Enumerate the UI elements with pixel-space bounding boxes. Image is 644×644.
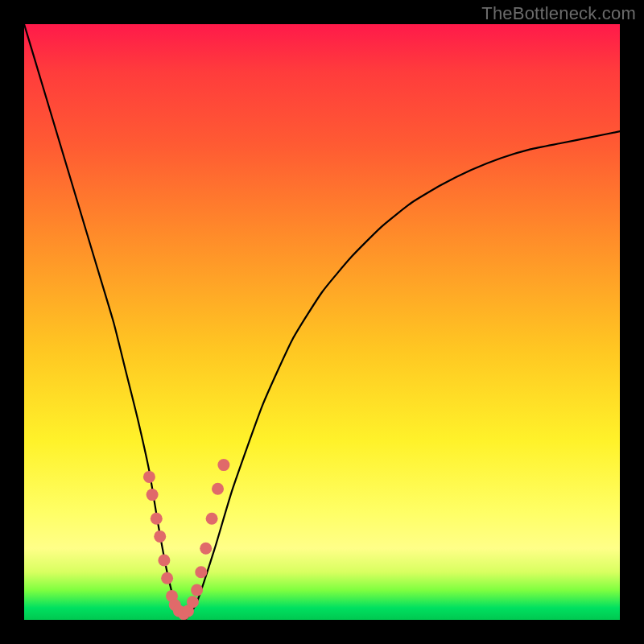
- data-marker: [212, 483, 224, 495]
- data-marker: [154, 530, 166, 543]
- data-marker: [217, 459, 229, 471]
- data-marker: [158, 555, 170, 567]
- curve-layer: [24, 24, 620, 620]
- data-marker: [187, 596, 199, 608]
- data-marker: [191, 584, 203, 597]
- data-marker: [143, 471, 155, 483]
- bottleneck-curve: [24, 24, 620, 620]
- chart-frame: TheBottleneck.com: [0, 0, 644, 644]
- data-marker: [161, 572, 173, 584]
- data-marker: [206, 513, 218, 525]
- data-marker: [195, 566, 207, 578]
- watermark-text: TheBottleneck.com: [481, 3, 636, 24]
- data-marker: [200, 543, 212, 555]
- data-marker: [147, 489, 159, 501]
- plot-area: [24, 24, 620, 620]
- data-marker: [151, 513, 163, 525]
